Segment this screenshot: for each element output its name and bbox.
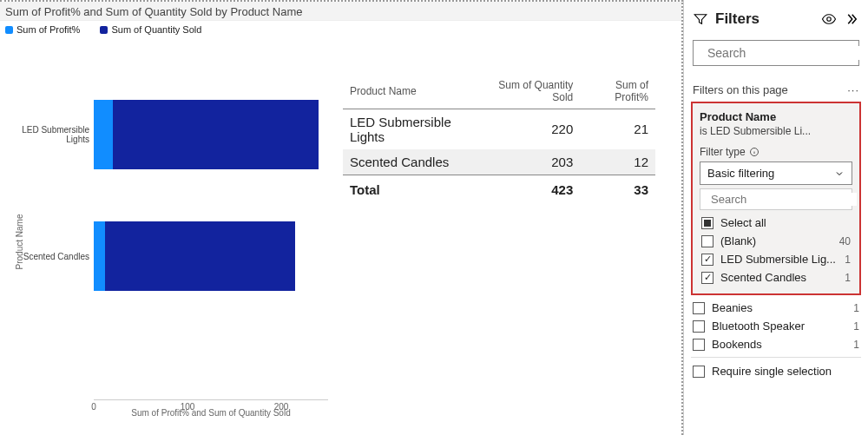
report-canvas: Sum of Profit% and Sum of Quantity Sold … bbox=[0, 0, 683, 435]
checkbox[interactable] bbox=[693, 339, 705, 351]
filter-item[interactable]: Bluetooth Speaker1 bbox=[691, 317, 861, 335]
filter-card-subtitle: is LED Submersible Li... bbox=[700, 125, 852, 137]
filter-item[interactable]: (Blank)40 bbox=[700, 232, 852, 250]
data-table[interactable]: Product Name Sum of Quantity Sold Sum of… bbox=[343, 39, 681, 436]
checkbox[interactable] bbox=[693, 366, 705, 378]
filters-search[interactable] bbox=[693, 40, 859, 66]
col-header-qty[interactable]: Sum of Quantity Sold bbox=[481, 74, 580, 109]
chevron-down-icon bbox=[834, 168, 845, 179]
checkbox[interactable] bbox=[701, 235, 713, 247]
checkbox[interactable] bbox=[693, 320, 705, 333]
filter-item[interactable]: Bookends1 bbox=[691, 335, 861, 353]
bar-1-qty bbox=[105, 221, 295, 291]
filters-title: Filters bbox=[715, 10, 814, 28]
col-header-profit[interactable]: Sum of Profit% bbox=[580, 74, 655, 109]
filter-type-select[interactable]: Basic filtering bbox=[700, 161, 852, 185]
filter-values-search-input[interactable] bbox=[711, 193, 857, 206]
y-axis-label: Product Name bbox=[15, 214, 24, 269]
filter-item[interactable]: Scented Candles1 bbox=[700, 268, 852, 287]
checkbox-checked[interactable] bbox=[701, 254, 713, 266]
table-total-row: Total 423 33 bbox=[343, 175, 655, 202]
filter-card-product-name[interactable]: Product Name is LED Submersible Li... Fi… bbox=[691, 102, 861, 295]
legend: Sum of Profit% Sum of Quantity Sold bbox=[0, 21, 681, 39]
filter-values-list[interactable]: Select all (Blank)40 LED Submersible Lig… bbox=[700, 214, 852, 287]
table-row[interactable]: LED Submersible Lights 220 21 bbox=[343, 109, 655, 149]
filter-icon bbox=[693, 11, 708, 27]
info-icon[interactable] bbox=[749, 147, 760, 157]
chart-title: Sum of Profit% and Sum of Quantity Sold … bbox=[0, 2, 681, 21]
col-header-name[interactable]: Product Name bbox=[343, 74, 481, 109]
bar-category-1: Scented Candles bbox=[16, 251, 89, 260]
bar-0-qty bbox=[113, 100, 319, 169]
x-axis: 0 100 200 bbox=[94, 399, 328, 400]
checkbox[interactable] bbox=[693, 302, 705, 314]
bar-1-profit bbox=[94, 221, 105, 291]
bar-0[interactable] bbox=[94, 100, 319, 169]
filter-item[interactable]: Beanies1 bbox=[691, 299, 861, 317]
bar-chart[interactable]: Product Name LED Submersible Lights Scen… bbox=[0, 39, 343, 436]
svg-point-0 bbox=[827, 17, 832, 22]
require-single-selection[interactable]: Require single selection bbox=[691, 357, 861, 385]
more-options-icon[interactable]: ··· bbox=[847, 83, 859, 96]
filter-type-label: Filter type bbox=[700, 146, 746, 158]
filter-values-overflow: Beanies1 Bluetooth Speaker1 Bookends1 bbox=[691, 299, 861, 353]
filters-pane: Filters Filters on this page ··· Product… bbox=[683, 0, 868, 435]
filter-item[interactable]: LED Submersible Lig...1 bbox=[700, 250, 852, 268]
legend-label-qty: Sum of Quantity Sold bbox=[111, 24, 201, 35]
bar-category-0: LED Submersible Lights bbox=[16, 125, 89, 144]
collapse-icon[interactable] bbox=[844, 11, 859, 27]
filter-values-search[interactable] bbox=[700, 188, 852, 210]
legend-label-profit: Sum of Profit% bbox=[16, 24, 80, 35]
checkbox-checked[interactable] bbox=[701, 272, 713, 284]
filters-section-label: Filters on this page bbox=[693, 83, 788, 96]
legend-swatch-qty bbox=[100, 26, 108, 34]
filter-item-select-all[interactable]: Select all bbox=[700, 214, 852, 232]
table-row[interactable]: Scented Candles 203 12 bbox=[343, 149, 655, 175]
filters-search-input[interactable] bbox=[707, 46, 859, 60]
eye-icon[interactable] bbox=[821, 11, 837, 27]
bar-0-profit bbox=[94, 100, 113, 169]
filter-card-title: Product Name bbox=[700, 110, 852, 123]
checkbox-partial[interactable] bbox=[701, 217, 713, 229]
bar-1[interactable] bbox=[94, 221, 295, 291]
x-axis-label: Sum of Profit% and Sum of Quantity Sold bbox=[94, 408, 328, 418]
legend-swatch-profit bbox=[5, 26, 13, 34]
